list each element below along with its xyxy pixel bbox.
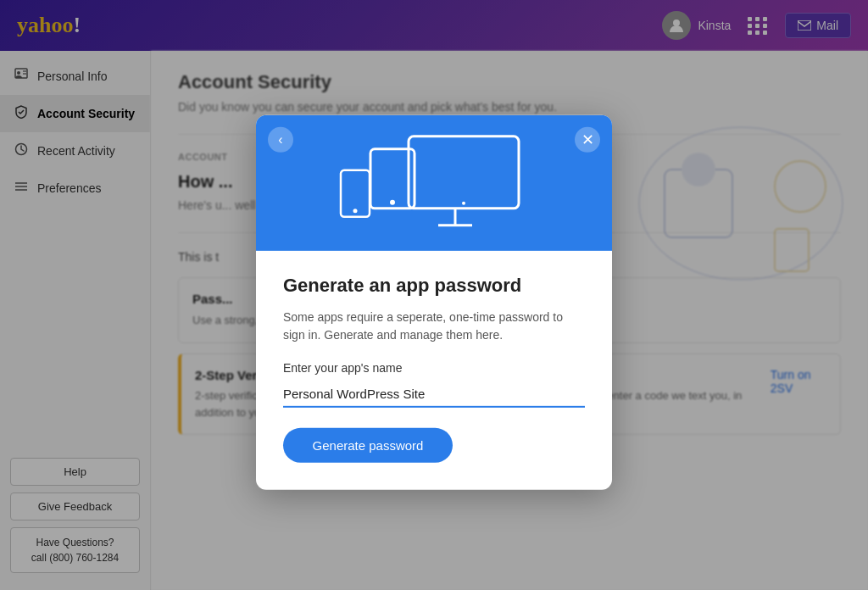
modal-back-button[interactable]: ‹ xyxy=(268,127,293,153)
svg-rect-15 xyxy=(409,136,519,209)
generate-password-button[interactable]: Generate password xyxy=(283,428,453,463)
modal-description: Some apps require a seperate, one-time p… xyxy=(283,309,585,344)
modal-body: Generate an app password Some apps requi… xyxy=(256,251,612,490)
app-password-modal: ‹ ✕ Generate an app password Some apps r… xyxy=(256,115,612,490)
svg-point-18 xyxy=(462,202,465,205)
svg-point-20 xyxy=(390,200,395,205)
devices-illustration xyxy=(324,128,544,238)
app-name-input[interactable] xyxy=(283,381,585,408)
modal-header: ‹ ✕ xyxy=(256,115,612,251)
modal-input-label: Enter your app's name xyxy=(283,361,585,375)
svg-point-22 xyxy=(353,209,358,213)
modal-title: Generate an app password xyxy=(283,275,585,297)
modal-close-button[interactable]: ✕ xyxy=(575,127,600,153)
